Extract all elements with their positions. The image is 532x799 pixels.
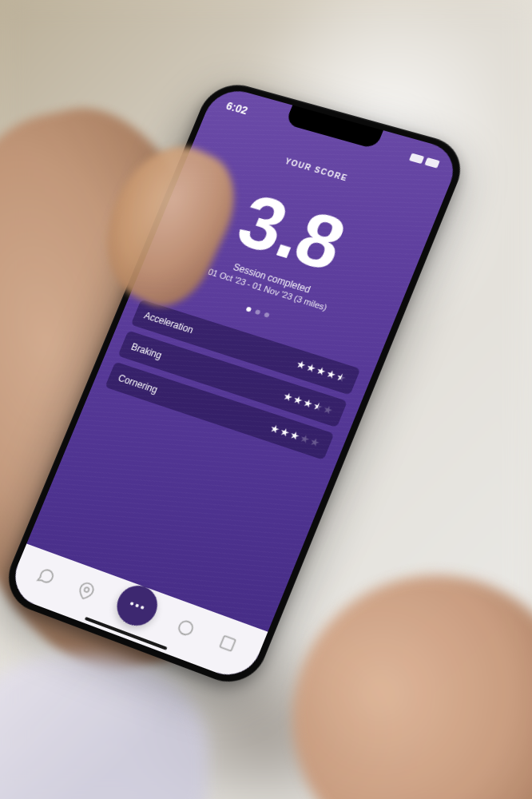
metric-label: Cornering bbox=[117, 372, 159, 396]
metrics-list: Acceleration ★★★★★ Braking ★★★★★ Corneri… bbox=[93, 296, 373, 464]
metric-stars: ★★★★★ bbox=[281, 390, 335, 417]
svg-rect-2 bbox=[220, 636, 236, 651]
metric-label: Acceleration bbox=[142, 310, 195, 336]
dot-3[interactable] bbox=[264, 312, 270, 318]
signal-icon bbox=[409, 153, 424, 165]
nav-location-icon[interactable] bbox=[73, 578, 100, 604]
more-icon bbox=[129, 602, 144, 610]
nav-fab-button[interactable] bbox=[111, 580, 164, 631]
dot-1[interactable] bbox=[245, 306, 252, 312]
metric-stars: ★★★★★ bbox=[295, 358, 348, 385]
battery-icon bbox=[424, 157, 439, 169]
nav-item-5-icon[interactable] bbox=[214, 630, 242, 657]
status-time: 6:02 bbox=[224, 100, 250, 117]
metric-label: Braking bbox=[129, 341, 163, 361]
dot-2[interactable] bbox=[255, 309, 261, 315]
nav-item-4-icon[interactable] bbox=[172, 614, 200, 642]
nav-chat-icon[interactable] bbox=[33, 563, 59, 590]
metric-stars: ★★★★★ bbox=[268, 422, 322, 449]
svg-point-1 bbox=[177, 619, 195, 636]
svg-point-0 bbox=[84, 586, 89, 592]
status-indicators bbox=[383, 145, 440, 168]
